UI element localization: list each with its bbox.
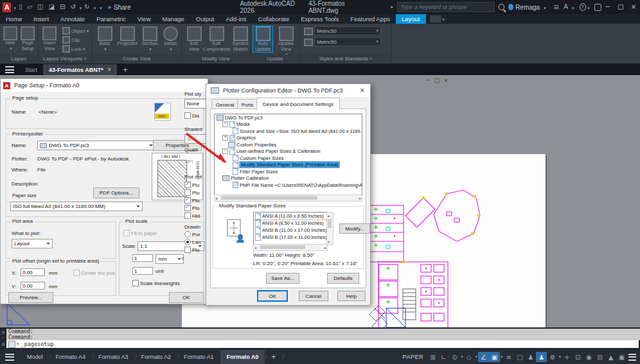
paper-size-item[interactable]: ANSI B (11.00 x 17.00 Inches) [254, 227, 327, 234]
ortho-icon[interactable]: ∟ [438, 352, 449, 362]
annotation-scale-icon[interactable]: ♟ [536, 352, 547, 362]
minimize-button[interactable]: ─ [601, 0, 614, 14]
file-tab-menu-icon[interactable] [5, 66, 14, 73]
viewport-lock-dropdown[interactable] [82, 46, 85, 52]
expand-icon[interactable]: + [222, 135, 228, 141]
layout-tab-model[interactable]: Model [21, 350, 49, 364]
page-setup-ok-button[interactable]: OK [169, 292, 204, 303]
help-icon[interactable]: ? [580, 3, 586, 11]
viewport-clip-button[interactable]: Clip [62, 36, 80, 44]
clean-screen-icon[interactable]: ▣ [616, 352, 627, 362]
tab-parametric[interactable]: Parametric [91, 14, 132, 24]
tab-annotate[interactable]: Annotate [55, 14, 91, 24]
open-file-icon[interactable]: ▱ [27, 4, 32, 10]
tab-featured-apps[interactable]: Featured Apps [344, 14, 396, 24]
share-button[interactable]: Share [114, 4, 131, 11]
osnap-icon[interactable]: ∠ [478, 352, 489, 362]
help-dropdown[interactable] [586, 4, 590, 11]
tab-add-ins[interactable]: Add-ins [220, 14, 252, 24]
command-collapse-icon[interactable]: ‹ [2, 336, 4, 341]
viewport-object-button[interactable]: Object [62, 27, 89, 35]
plot-option-5-checkbox[interactable] [184, 212, 191, 219]
qat-customize-dropdown[interactable] [98, 4, 102, 11]
scale-lineweights-checkbox[interactable] [132, 280, 139, 286]
graphics-performance-icon[interactable]: ▲ [605, 352, 616, 362]
annotation-visibility-icon[interactable]: ♟ [525, 352, 536, 362]
center-plot-checkbox[interactable] [73, 270, 80, 276]
plotter-dialog-title-bar[interactable]: Plotter Configuration Editor - DWG To PD… [206, 84, 370, 97]
tab-layout[interactable]: Layout [396, 14, 426, 24]
viewport-close-icon[interactable]: × [443, 77, 452, 83]
autodesk-dropdown[interactable] [571, 4, 574, 11]
workspace-dropdown[interactable]: ▾ [558, 354, 561, 360]
new-layout-tab-button[interactable]: + [265, 350, 282, 364]
viewport-object-dropdown[interactable] [85, 28, 89, 34]
style-combo-2[interactable]: Metric50 [314, 37, 381, 46]
layout-tab-formato-a3[interactable]: Formato A3 [92, 350, 135, 364]
autocad-logo-icon[interactable]: A [3, 3, 11, 12]
offset-x-input[interactable] [21, 268, 45, 276]
tab-collaborate[interactable]: Collaborate [253, 14, 296, 24]
panel-label-update[interactable]: Update [251, 55, 299, 62]
polar-tracking-icon[interactable]: ⊙ [449, 352, 460, 362]
paper-space-indicator[interactable]: PAPER [403, 354, 423, 360]
paper-size-list[interactable]: ANSI A (11.00 x 8.50 Inches) ANSI A (8.5… [253, 212, 328, 245]
new-layout-button[interactable]: New [1, 26, 20, 51]
plotter-dialog-close-icon[interactable]: × [360, 87, 365, 94]
undo-icon[interactable]: ↺ [70, 4, 75, 10]
workspace-gear-icon[interactable]: ⚙ [547, 352, 558, 362]
osnap-settings-icon[interactable]: ▣ [489, 352, 500, 362]
preview-button[interactable]: Preview... [8, 292, 53, 303]
tree-item-plotter-calibration[interactable]: Plotter Calibration [215, 175, 362, 182]
file-tab-document[interactable]: 43-Formatos ABNT*× [43, 64, 117, 75]
auto-update-button[interactable]: AutoUpdate [253, 26, 272, 52]
new-file-icon[interactable]: ▯ [19, 4, 22, 10]
style-combo-1[interactable]: Metric50 [314, 26, 381, 35]
display-plot-styles-checkbox[interactable] [184, 112, 191, 119]
tree-item-graphics[interactable]: +Graphics [215, 135, 362, 142]
plot-option-2-checkbox[interactable] [184, 189, 191, 196]
tab-insert[interactable]: Insert [28, 14, 55, 24]
paper-size-item[interactable]: ANSI A (11.00 x 8.50 Inches) [254, 212, 327, 220]
snap-icon[interactable]: ⊞ [427, 352, 438, 362]
cart-icon[interactable]: ⊟ [554, 4, 559, 10]
search-input[interactable] [397, 2, 495, 12]
viewport-lock-button[interactable]: Lock [62, 45, 85, 53]
save-as-icon[interactable]: ◪ [49, 4, 55, 10]
tree-item-media[interactable]: −Media [215, 121, 362, 128]
fit-to-paper-checkbox[interactable] [123, 230, 130, 236]
save-icon[interactable]: ◫ [37, 4, 43, 10]
app-menu-dropdown[interactable] [12, 4, 16, 11]
tree-item-custom-properties[interactable]: Custom Properties [215, 141, 362, 148]
projected-view-button[interactable]: Projected [116, 26, 139, 47]
detail-view-dropdown[interactable] [168, 47, 172, 53]
layout-tab-formato-a4[interactable]: Formato A4 [49, 350, 93, 364]
plot-option-1-checkbox[interactable] [184, 182, 191, 188]
update-view-button[interactable]: UpdateView [276, 26, 296, 58]
redo-dropdown[interactable] [93, 4, 96, 11]
plot-option-3-checkbox[interactable] [184, 197, 191, 204]
osnap-dropdown[interactable]: ▾ [501, 354, 503, 360]
status-menu-icon[interactable] [628, 354, 636, 361]
redo-icon[interactable]: ↻ [84, 4, 89, 10]
base-view-button[interactable]: Base [95, 26, 114, 52]
tree-item-custom-paper[interactable]: Custom Paper Sizes [215, 155, 362, 162]
tree-item-user-defined[interactable]: −User-defined Paper Sizes & Calibration [215, 148, 362, 155]
tab-home[interactable]: Home [0, 14, 28, 24]
tree-h-scrollbar[interactable]: ◂▸ [214, 195, 362, 202]
tab-overflow-dropdown[interactable] [441, 15, 445, 22]
panel-overflow-icon[interactable]: » [84, 56, 87, 61]
new-layout-dropdown[interactable] [8, 46, 12, 52]
new-file-tab-button[interactable]: + [117, 64, 133, 75]
user-avatar[interactable] [508, 4, 513, 10]
plotter-ok-button[interactable]: OK [258, 291, 287, 301]
isodraft-icon[interactable]: ◇ [463, 352, 474, 362]
restore-button[interactable]: □ [614, 0, 627, 14]
tab-manage[interactable]: Manage [157, 14, 190, 24]
paper-list-v-scrollbar[interactable]: ▴▾ [326, 212, 333, 245]
file-tab-close-icon[interactable]: × [107, 67, 112, 73]
plot-option-4-checkbox[interactable] [184, 205, 191, 211]
viewport-window-controls[interactable]: ─□× [427, 78, 452, 83]
save-as-button[interactable]: Save As... [266, 273, 299, 284]
layout-tab-formato-a2[interactable]: Formato A2 [135, 350, 178, 364]
